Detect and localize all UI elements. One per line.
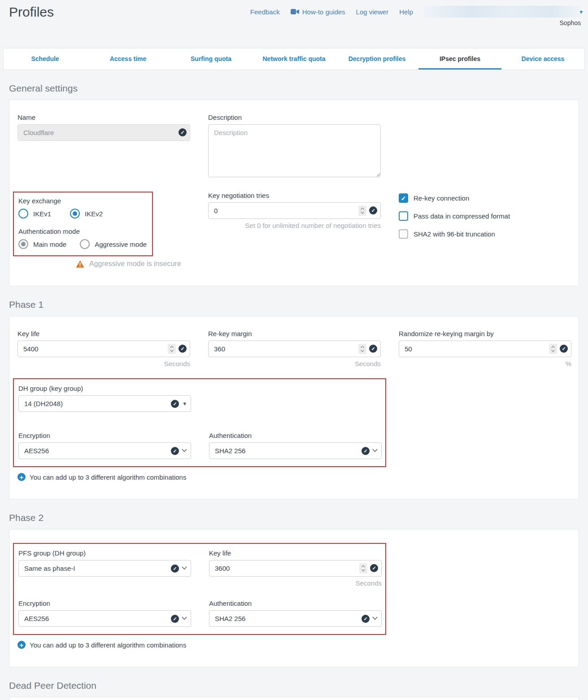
caret-down-icon: ▾ xyxy=(183,400,186,407)
tab-device-access[interactable]: Device access xyxy=(501,48,584,70)
rekey-connection-checkbox[interactable]: ✓ xyxy=(399,193,408,203)
add-plus-icon[interactable]: + xyxy=(17,641,26,649)
phase1-card: Key life ✓ Seconds Re-key margin ✓ Secon… xyxy=(9,316,579,499)
general-settings-card: Name ✓ Description Key exchange IKEv1 IK… xyxy=(9,100,579,286)
feedback-link[interactable]: Feedback xyxy=(250,8,280,16)
valid-check-icon: ✓ xyxy=(179,345,187,353)
p1-randomize-input[interactable] xyxy=(399,341,571,357)
name-field-group: Name ✓ xyxy=(17,114,190,179)
description-textarea[interactable] xyxy=(208,124,381,177)
stepper-icon[interactable] xyxy=(359,563,367,573)
p2-pfs-group: PFS group (DH group) Same as phase-I ✓ xyxy=(18,549,191,587)
p1-encryption-select[interactable]: AES256 ✓ xyxy=(18,442,191,459)
tab-decryption-profiles[interactable]: Decryption profiles xyxy=(335,48,418,70)
ikev2-radio[interactable] xyxy=(70,209,80,219)
p1-authentication-select[interactable]: SHA2 256 ✓ xyxy=(209,442,382,459)
stepper-icon[interactable] xyxy=(358,344,366,354)
compressed-format-row: Pass data in compressed format xyxy=(399,211,571,221)
p2-encryption-select[interactable]: AES256 ✓ xyxy=(18,610,191,627)
key-exchange-highlight-box: Key exchange IKEv1 IKEv2 Authentication … xyxy=(13,192,153,256)
p1-dh-group: DH group (key group) 14 (DH2048) ✓ ▾ xyxy=(18,385,191,412)
sha2-truncation-row: SHA2 with 96-bit truncation xyxy=(399,229,571,239)
profile-tabs: Schedule Access time Surfing quota Netwo… xyxy=(3,48,585,70)
tab-network-traffic-quota[interactable]: Network traffic quota xyxy=(253,48,335,70)
ikev1-radio-label: IKEv1 xyxy=(33,210,51,218)
valid-check-icon: ✓ xyxy=(179,128,187,136)
p1-dh-group-select[interactable]: 14 (DH2048) ✓ ▾ xyxy=(18,395,191,412)
valid-check-icon: ✓ xyxy=(171,564,179,573)
p1-rekey-margin-label: Re-key margin xyxy=(208,330,381,337)
chevron-down-icon xyxy=(372,449,378,452)
p2-authentication-select[interactable]: SHA2 256 ✓ xyxy=(209,610,382,627)
header-links: Feedback How-to guides Log viewer Help ▾ xyxy=(250,6,582,18)
p2-pfs-value: Same as phase-I xyxy=(24,564,75,572)
key-negotiation-input-wrap: ✓ xyxy=(208,202,381,219)
stepper-icon[interactable] xyxy=(168,344,176,354)
p1-key-life-unit: Seconds xyxy=(17,360,190,368)
p2-key-life-input[interactable] xyxy=(209,560,382,577)
rekey-connection-label: Re-key connection xyxy=(414,194,469,202)
valid-check-icon: ✓ xyxy=(171,447,179,455)
p1-rekey-margin-input[interactable] xyxy=(208,341,381,357)
key-negotiation-field-group: Key negotiation tries ✓ Set 0 for unlimi… xyxy=(208,192,381,268)
brand-label: Sophos xyxy=(560,19,581,26)
p1-encryption-value: AES256 xyxy=(24,447,49,455)
chevron-down-icon: ▾ xyxy=(579,9,583,15)
valid-check-icon: ✓ xyxy=(171,615,179,623)
valid-check-icon: ✓ xyxy=(370,564,378,572)
phase1-heading: Phase 1 xyxy=(9,299,579,310)
p1-add-combination-note: + You can add up to 3 different algorith… xyxy=(17,473,571,481)
p1-rekey-margin-unit: Seconds xyxy=(208,360,381,368)
valid-check-icon: ✓ xyxy=(362,615,370,623)
chevron-down-icon xyxy=(182,617,187,620)
phase1-algorithms-highlight-box: DH group (key group) 14 (DH2048) ✓ ▾ Enc… xyxy=(13,378,386,467)
tab-ipsec-profiles[interactable]: IPsec profiles xyxy=(418,48,501,70)
tab-access-time[interactable]: Access time xyxy=(87,48,170,70)
p1-randomize-label: Randomize re-keying margin by xyxy=(399,330,571,337)
p1-key-life-label: Key life xyxy=(17,330,190,337)
name-label: Name xyxy=(17,114,190,121)
valid-check-icon: ✓ xyxy=(171,400,179,408)
key-negotiation-input[interactable] xyxy=(208,202,381,219)
ikev1-radio[interactable] xyxy=(18,209,28,219)
video-camera-icon xyxy=(291,9,299,14)
key-negotiation-help: Set 0 for unlimited number of negotiatio… xyxy=(208,222,381,229)
p2-encryption-label: Encryption xyxy=(18,599,191,607)
help-link[interactable]: Help xyxy=(399,8,413,16)
valid-check-icon: ✓ xyxy=(560,345,568,353)
p2-encryption-group: Encryption AES256 ✓ xyxy=(18,599,191,627)
tab-surfing-quota[interactable]: Surfing quota xyxy=(170,48,253,70)
howto-guides-link[interactable]: How-to guides xyxy=(291,8,345,16)
tab-schedule[interactable]: Schedule xyxy=(4,48,87,70)
valid-check-icon: ✓ xyxy=(369,345,377,353)
aggressive-mode-radio[interactable] xyxy=(80,239,90,249)
account-menu[interactable]: ▾ xyxy=(424,6,582,18)
log-viewer-link[interactable]: Log viewer xyxy=(356,8,389,16)
main-mode-radio[interactable] xyxy=(18,239,28,249)
p1-encryption-label: Encryption xyxy=(18,432,191,439)
compressed-format-checkbox[interactable] xyxy=(399,211,408,221)
add-plus-icon[interactable]: + xyxy=(17,473,26,481)
p1-authentication-label: Authentication xyxy=(209,432,382,439)
p2-encryption-value: AES256 xyxy=(24,615,49,622)
p1-randomize-group: Randomize re-keying margin by ✓ % xyxy=(399,330,571,368)
stepper-icon[interactable] xyxy=(549,344,557,354)
p1-dh-group-label: DH group (key group) xyxy=(18,385,191,392)
general-settings-heading: General settings xyxy=(9,83,579,94)
p2-key-life-group: Key life ✓ Seconds xyxy=(209,549,382,587)
help-link-label: Help xyxy=(399,8,413,16)
name-input[interactable] xyxy=(17,124,190,141)
p1-encryption-group: Encryption AES256 ✓ xyxy=(18,432,191,459)
p1-key-life-input[interactable] xyxy=(17,341,190,357)
chevron-down-icon xyxy=(182,449,187,452)
p1-key-life-group: Key life ✓ Seconds xyxy=(17,330,190,368)
sha2-truncation-checkbox[interactable] xyxy=(399,229,408,239)
ikev2-radio-label: IKEv2 xyxy=(85,210,103,218)
stepper-icon[interactable] xyxy=(358,206,366,216)
log-viewer-label: Log viewer xyxy=(356,8,389,16)
description-label: Description xyxy=(208,114,381,121)
phase2-card: PFS group (DH group) Same as phase-I ✓ K… xyxy=(9,529,579,667)
howto-guides-label: How-to guides xyxy=(302,8,345,16)
key-negotiation-label: Key negotiation tries xyxy=(208,192,381,199)
p2-pfs-select[interactable]: Same as phase-I ✓ xyxy=(18,560,191,577)
